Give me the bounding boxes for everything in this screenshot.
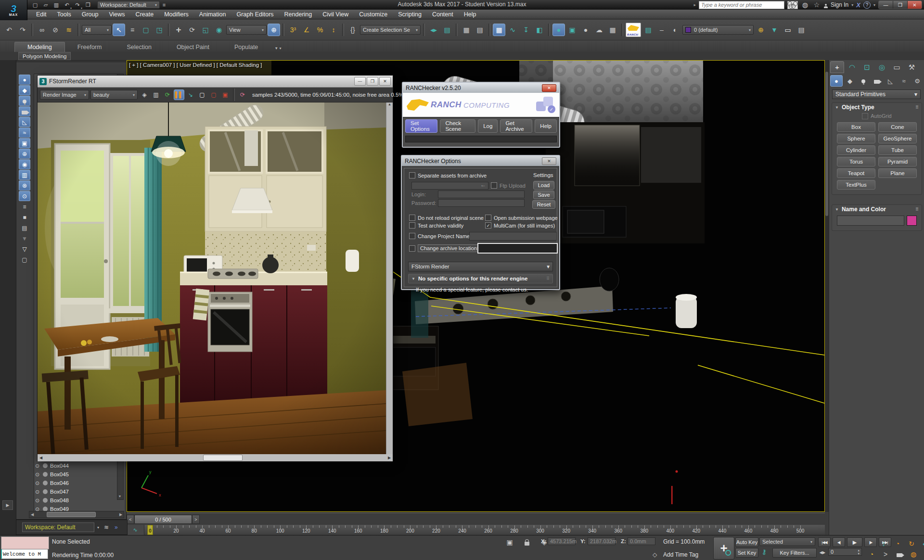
select-by-name-icon[interactable]: ≡ [126, 24, 139, 36]
go-to-start-button[interactable]: |◀◀ [818, 537, 831, 547]
eye-icon[interactable]: ⊙ [34, 489, 40, 495]
do-not-reload-checkbox[interactable] [409, 215, 415, 221]
systems-category[interactable]: ⚙ [911, 75, 924, 87]
bind-to-space-warp-icon[interactable]: ≋ [63, 24, 75, 36]
chevron-down-icon[interactable]: ▾ [851, 3, 853, 7]
modify-tab[interactable]: ◠ [845, 61, 859, 73]
render-channel-dropdown[interactable]: beauty ▾ [90, 90, 138, 100]
display-pinned-icon[interactable]: ◉ [19, 159, 30, 169]
z-coordinate-field[interactable]: 0.0mm [628, 537, 655, 545]
help-button[interactable]: Help [535, 119, 557, 133]
scroll-right-icon[interactable]: ▶ [118, 512, 124, 517]
space-warps-category[interactable]: ≈ [898, 75, 910, 87]
spinner-snap-icon[interactable]: ↕ [327, 24, 340, 36]
menu-graph-editors[interactable]: Graph Editors [231, 10, 279, 19]
menu-civil-view[interactable]: Civil View [317, 10, 354, 19]
ranchecker-title-bar[interactable]: RANCHecker v2.5.20 ✕ [403, 83, 559, 93]
menu-help[interactable]: Help [459, 10, 482, 19]
ftp-upload-checkbox[interactable] [491, 182, 497, 189]
set-keys-button[interactable]: + [713, 537, 734, 560]
separate-assets-checkbox[interactable] [409, 172, 415, 178]
list-item-box047[interactable]: ⊙Box047 [34, 487, 125, 496]
display-space-warps-icon[interactable]: ≈ [19, 127, 30, 138]
object-name-field[interactable] [837, 216, 904, 226]
menu-create[interactable]: Create [130, 10, 159, 19]
object-type-header[interactable]: ▼ Object Type ⠿ [832, 103, 922, 112]
search-button[interactable] [787, 1, 798, 9]
add-time-tag[interactable]: Add Time Tag [663, 551, 698, 558]
save-button[interactable]: Save [533, 191, 554, 199]
list-item-box044[interactable]: ⊙Box044 [34, 461, 125, 470]
material-editor-icon[interactable]: ◧ [533, 24, 546, 36]
chevron-down-icon[interactable]: ▾ [97, 525, 99, 530]
ranch-button[interactable]: RANCH [626, 23, 641, 37]
snaps-toggle-icon[interactable]: 3³ [287, 24, 299, 36]
new-file-icon[interactable]: ▢ [31, 1, 39, 9]
create-new-layer-icon[interactable]: ⊕ [755, 24, 767, 36]
options-title-bar[interactable]: RANCHecker Options ✕ [402, 156, 559, 166]
multicam-checkbox[interactable]: ✓ [485, 222, 491, 229]
select-object-icon[interactable]: ↖ [113, 24, 125, 36]
next-frame-button[interactable]: > [192, 515, 200, 524]
open-webpage-checkbox[interactable] [485, 215, 491, 221]
tab-modeling[interactable]: Modeling [14, 42, 65, 52]
vertical-scrollbar[interactable]: ▲ [386, 102, 393, 454]
overflow-chevrons-icon[interactable]: » [115, 524, 118, 531]
polygon-modeling-panel-tab[interactable]: Polygon Modeling [18, 52, 71, 60]
menu-modifiers[interactable]: Modifiers [159, 10, 194, 19]
workspace-dropdown[interactable]: Workspace: Default ▾ [97, 1, 160, 9]
scroll-left-icon[interactable]: ◀ [38, 456, 44, 460]
selection-region-icon[interactable]: ▣ [503, 536, 516, 548]
horizontal-scrollbar[interactable]: ◀ ▶ [29, 511, 124, 518]
create-box-button[interactable]: Box [837, 122, 875, 132]
maxscript-listener-output[interactable]: Welcome to M [1, 549, 48, 559]
archive-location-field[interactable] [477, 243, 558, 254]
horizontal-scrollbar[interactable]: ◀ ▶ [38, 454, 393, 461]
next-frame-button[interactable]: |▶ [864, 537, 877, 547]
viewport-label[interactable]: [ + ] [ Camera007 ] [ User Defined ] [ D… [129, 62, 262, 68]
eye-icon[interactable]: ⊙ [34, 463, 40, 469]
motion-tab[interactable]: ◎ [875, 61, 889, 73]
display-lights-icon[interactable] [19, 96, 30, 106]
named-selection-dropdown[interactable]: Create Selection Se▾ [360, 25, 421, 35]
rendered-frame-window-icon[interactable]: ▣ [566, 24, 578, 36]
current-frame-field[interactable]: 0 ▴▾ [828, 548, 862, 556]
box-mode-icon[interactable]: ■ [19, 212, 30, 222]
list-item-box048[interactable]: ⊙Box048 [34, 496, 125, 505]
display-shapes-icon[interactable]: ◆ [19, 85, 30, 95]
show-curves-toggle[interactable]: ∿ [127, 525, 144, 535]
detail-view-icon[interactable]: ▤ [19, 223, 30, 233]
selection-filter-dropdown[interactable]: All▾ [82, 25, 112, 35]
filter-config-icon[interactable]: ▼ [19, 233, 30, 243]
maximize-viewport-icon[interactable]: ◱ [921, 548, 924, 560]
reference-coordinate-dropdown[interactable]: View▾ [226, 25, 267, 35]
object-color-swatch[interactable] [907, 216, 917, 226]
help-icon[interactable]: ? [863, 1, 871, 9]
render-setup-icon[interactable]: ● [552, 24, 565, 36]
create-cylinder-button[interactable]: Cylinder [837, 145, 875, 155]
select-and-place-icon[interactable]: ◉ [213, 24, 225, 36]
undo-icon[interactable]: ↶▾ [63, 1, 71, 9]
change-location-checkbox[interactable] [409, 245, 415, 252]
key-step-arrows-icon[interactable]: ◀▶ [819, 548, 826, 557]
add-selection-to-layer-icon[interactable]: ▼ [768, 24, 781, 36]
project-name-field[interactable] [469, 232, 557, 241]
render-engine-dropdown[interactable]: FStorm Render ▾ [408, 262, 553, 271]
menu-group[interactable]: Group [77, 10, 104, 19]
archive-path-field[interactable] [411, 182, 488, 190]
engine-options-rollout[interactable]: ▼ No specific options for this render en… [408, 274, 553, 283]
menu-views[interactable]: Views [103, 10, 130, 19]
chevron-down-icon[interactable]: ▾ [873, 3, 875, 7]
communication-center-icon[interactable]: ◍ [801, 1, 809, 9]
fstorm-title-bar[interactable]: 3 FStormRender RT — ❐ ✕ [38, 76, 393, 88]
minimize-button[interactable]: — [879, 1, 893, 9]
shapes-category[interactable]: ◆ [844, 75, 856, 87]
list-item-box045[interactable]: ⊙Box045 [34, 470, 125, 479]
close-button[interactable]: ✕ [542, 84, 556, 92]
create-textplus-button[interactable]: TextPlus [837, 180, 875, 190]
display-hidden-icon[interactable]: ⊙ [19, 191, 30, 201]
geometry-category[interactable]: ● [830, 75, 843, 87]
display-frozen-icon[interactable]: ⊛ [19, 180, 30, 191]
scrollbar-thumb[interactable] [47, 512, 96, 517]
create-sphere-button[interactable]: Sphere [837, 134, 875, 143]
